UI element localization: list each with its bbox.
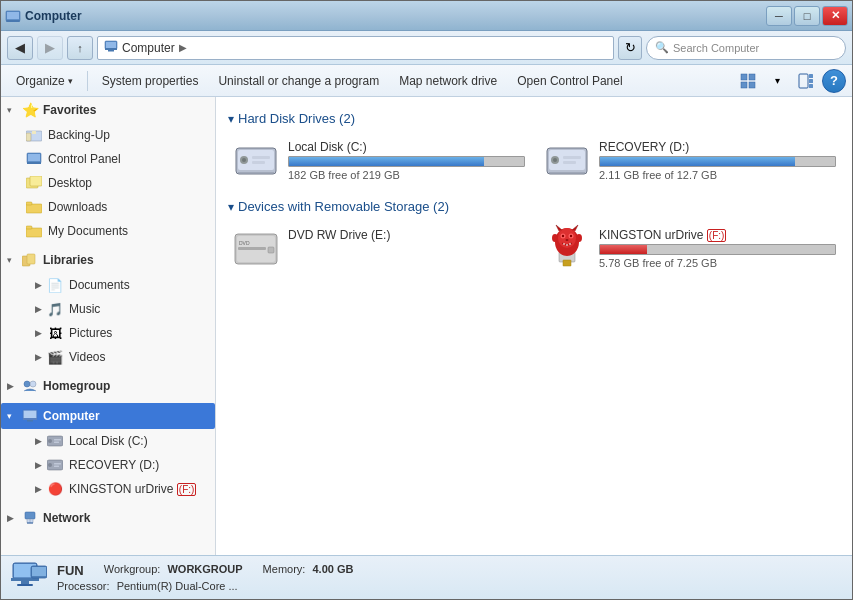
- local-c-label: Local Disk (C:): [69, 434, 148, 448]
- downloads-folder-icon: [25, 198, 43, 216]
- pictures-label: Pictures: [69, 326, 112, 340]
- kingston-f-name: KINGSTON urDrive (F:): [599, 228, 836, 242]
- music-icon: 🎵: [46, 300, 64, 318]
- hard-disk-section-title[interactable]: Hard Disk Drives (2): [228, 111, 840, 126]
- removable-section-label: Devices with Removable Storage (2): [238, 199, 449, 214]
- kingston-f-space: 5.78 GB free of 7.25 GB: [599, 257, 836, 269]
- minimize-button[interactable]: ─: [766, 6, 792, 26]
- up-button[interactable]: ↑: [67, 36, 93, 60]
- svg-rect-22: [30, 176, 42, 186]
- status-bar: FUN Workgroup: WORKGROUP Memory: 4.00 GB…: [1, 555, 852, 599]
- memory-label: Memory:: [263, 563, 306, 575]
- removable-section-title[interactable]: Devices with Removable Storage (2): [228, 199, 840, 214]
- local-c-icon: [46, 432, 64, 450]
- sidebar-item-my-documents[interactable]: My Documents: [1, 219, 215, 243]
- organize-dropdown-icon: ▾: [68, 76, 73, 86]
- backing-up-icon: [25, 126, 43, 144]
- uninstall-button[interactable]: Uninstall or change a program: [209, 68, 388, 94]
- main-area: ▾ ⭐ Favorites Backing-Up: [1, 97, 852, 555]
- workgroup-info: Workgroup: WORKGROUP: [104, 563, 243, 578]
- my-documents-icon: [25, 222, 43, 240]
- sidebar-item-kingston-f[interactable]: ▶ 🔴 KINGSTON urDrive (F:): [1, 477, 215, 501]
- close-button[interactable]: ✕: [822, 6, 848, 26]
- view-options-button[interactable]: [735, 68, 761, 94]
- computer-expand-icon: ▾: [7, 411, 17, 421]
- drive-item-dvd-e[interactable]: DVD DVD RW Drive (E:): [228, 224, 529, 273]
- preview-button[interactable]: [793, 68, 819, 94]
- svg-rect-58: [563, 156, 581, 159]
- documents-icon: 📄: [46, 276, 64, 294]
- svg-rect-52: [252, 161, 265, 164]
- svg-rect-25: [26, 228, 42, 237]
- libraries-header[interactable]: ▾ Libraries: [1, 247, 215, 273]
- breadcrumb-computer-icon: [104, 39, 118, 56]
- svg-point-30: [30, 381, 36, 387]
- sidebar-item-backing-up[interactable]: Backing-Up: [1, 123, 215, 147]
- svg-point-50: [242, 158, 246, 162]
- organize-label: Organize: [16, 74, 65, 88]
- videos-label: Videos: [69, 350, 105, 364]
- drive-item-kingston-f[interactable]: KINGSTON urDrive (F:) 5.78 GB free of 7.…: [539, 224, 840, 273]
- homegroup-label: Homegroup: [43, 379, 110, 393]
- computer-header[interactable]: ▾ Computer: [1, 403, 215, 429]
- back-button[interactable]: ◀: [7, 36, 33, 60]
- sidebar-item-music[interactable]: ▶ 🎵 Music: [1, 297, 215, 321]
- map-network-button[interactable]: Map network drive: [390, 68, 506, 94]
- control-panel-icon: [25, 150, 43, 168]
- address-path[interactable]: Computer ▶: [97, 36, 614, 60]
- sidebar-item-desktop[interactable]: Desktop: [1, 171, 215, 195]
- dvd-e-name: DVD RW Drive (E:): [288, 228, 525, 242]
- sidebar-item-local-c[interactable]: ▶ Local Disk (C:): [1, 429, 215, 453]
- memory-info: Memory: 4.00 GB: [263, 563, 354, 578]
- svg-rect-4: [106, 42, 116, 48]
- sidebar-item-recovery-d[interactable]: ▶ RECOVERY (D:): [1, 453, 215, 477]
- recovery-d-space: 2.11 GB free of 12.7 GB: [599, 169, 836, 181]
- svg-point-57: [553, 158, 557, 162]
- svg-rect-20: [27, 162, 41, 164]
- svg-rect-10: [749, 82, 755, 88]
- downloads-label: Downloads: [48, 200, 107, 214]
- status-row-2: Processor: Pentium(R) Dual-Core ...: [57, 580, 842, 592]
- breadcrumb-label: Computer: [122, 41, 175, 55]
- drive-item-local-c[interactable]: Local Disk (C:) 182 GB free of 219 GB: [228, 136, 529, 185]
- organize-button[interactable]: Organize ▾: [7, 68, 82, 94]
- hard-disk-section-label: Hard Disk Drives (2): [238, 111, 355, 126]
- open-control-button[interactable]: Open Control Panel: [508, 68, 631, 94]
- removable-drives-grid: DVD DVD RW Drive (E:): [228, 224, 840, 273]
- kingston-f-progress-outer: [599, 244, 836, 255]
- svg-rect-51: [252, 156, 270, 159]
- kingston-f-drive-icon: [543, 228, 591, 268]
- refresh-button[interactable]: ↻: [618, 36, 642, 60]
- sidebar-item-control-panel[interactable]: Control Panel: [1, 147, 215, 171]
- drive-item-recovery-d[interactable]: RECOVERY (D:) 2.11 GB free of 12.7 GB: [539, 136, 840, 185]
- local-c-progress-outer: [288, 156, 525, 167]
- forward-button[interactable]: ▶: [37, 36, 63, 60]
- svg-rect-17: [32, 131, 36, 134]
- svg-rect-64: [268, 247, 274, 253]
- network-section: ▶ Network: [1, 505, 215, 531]
- local-c-space: 182 GB free of 219 GB: [288, 169, 525, 181]
- sidebar-item-videos[interactable]: ▶ 🎬 Videos: [1, 345, 215, 369]
- maximize-button[interactable]: □: [794, 6, 820, 26]
- documents-label: Documents: [69, 278, 130, 292]
- homegroup-header[interactable]: ▶ Homegroup: [1, 373, 215, 399]
- kingston-f-info: KINGSTON urDrive (F:) 5.78 GB free of 7.…: [599, 228, 836, 269]
- view-dropdown-button[interactable]: ▾: [764, 68, 790, 94]
- sidebar-item-documents[interactable]: ▶ 📄 Documents: [1, 273, 215, 297]
- address-bar: ◀ ▶ ↑ Computer ▶ ↻ 🔍 Search Computer: [1, 31, 852, 65]
- svg-rect-26: [26, 226, 32, 229]
- search-box[interactable]: 🔍 Search Computer: [646, 36, 846, 60]
- music-label: Music: [69, 302, 100, 316]
- window-icon: [5, 8, 21, 24]
- homegroup-expand-icon: ▶: [7, 381, 17, 391]
- sidebar-item-downloads[interactable]: Downloads: [1, 195, 215, 219]
- sidebar-item-pictures[interactable]: ▶ 🖼 Pictures: [1, 321, 215, 345]
- help-button[interactable]: ?: [822, 69, 846, 93]
- videos-expand-icon: ▶: [35, 352, 42, 362]
- local-c-expand-icon: ▶: [35, 436, 42, 446]
- favorites-header[interactable]: ▾ ⭐ Favorites: [1, 97, 215, 123]
- system-properties-button[interactable]: System properties: [93, 68, 208, 94]
- network-header[interactable]: ▶ Network: [1, 505, 215, 531]
- svg-rect-63: [238, 247, 266, 250]
- control-panel-label: Control Panel: [48, 152, 121, 166]
